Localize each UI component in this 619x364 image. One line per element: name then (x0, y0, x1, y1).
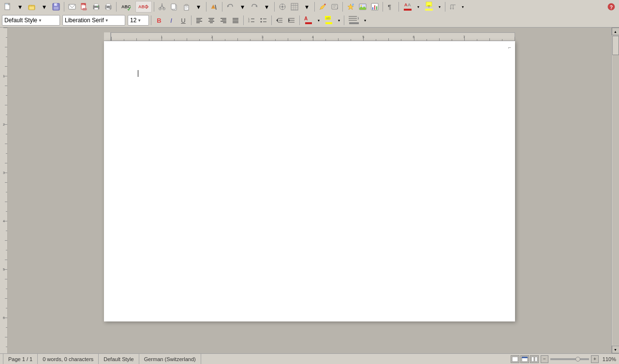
autocorrect-button[interactable]: ABC (135, 1, 152, 13)
highlight-dropdown[interactable]: ▾ (436, 1, 443, 13)
page-corner-mark: ⌐ (508, 45, 511, 50)
font-name-dropdown[interactable]: Liberation Serif ▼ (62, 15, 125, 26)
text-highlight-button[interactable]: ab (322, 15, 336, 26)
paragraph-marks-dropdown[interactable]: ▾ (459, 1, 466, 13)
svg-rect-35 (185, 6, 188, 7)
insert-image-button[interactable] (357, 1, 368, 13)
numbered-list-button[interactable]: 1. 2. (246, 15, 257, 26)
redo-button[interactable] (249, 1, 260, 13)
char-color-dropdown[interactable]: ▾ (316, 15, 322, 26)
zoom-level[interactable]: 110% (603, 356, 616, 362)
font-color-dropdown[interactable]: ▾ (415, 1, 422, 13)
separator-fmt-2 (191, 15, 192, 25)
paragraph-style-label: Default Style (4, 17, 37, 24)
separator-fmt-6 (344, 15, 344, 25)
toolbar-row-1: ▾ ▾ (0, 0, 619, 14)
status-bar: Page 1 / 1 0 words, 0 characters Default… (0, 353, 619, 364)
indent-button[interactable] (286, 15, 297, 26)
separator-3 (154, 2, 154, 12)
separator-7 (314, 2, 315, 12)
svg-text:PDF: PDF (82, 4, 86, 6)
bulleted-list-button[interactable] (258, 15, 269, 26)
scroll-track[interactable] (612, 36, 619, 345)
stars-button[interactable] (345, 1, 356, 13)
open-dropdown-button[interactable]: ▾ (38, 1, 50, 13)
new-dropdown-button[interactable]: ▾ (14, 1, 26, 13)
zoom-out-button[interactable]: − (541, 355, 548, 363)
separator-fmt-4 (271, 15, 272, 25)
character-color-button[interactable]: A (302, 15, 315, 26)
document-page[interactable]: ⌐ (104, 41, 515, 321)
redo-dropdown-button[interactable]: ▾ (261, 1, 272, 13)
normal-view-button[interactable] (511, 355, 519, 363)
new-button[interactable] (2, 1, 14, 13)
paste-dropdown-button[interactable]: ▾ (192, 1, 204, 13)
right-scrollbar[interactable]: ▲ ▼ (611, 28, 619, 353)
separator-8 (342, 2, 343, 12)
zoom-slider-thumb[interactable] (575, 357, 580, 362)
svg-point-43 (281, 6, 283, 8)
clone-format-button[interactable] (208, 1, 220, 13)
email-button[interactable] (66, 1, 78, 13)
highlight-color-button[interactable] (422, 1, 436, 13)
cut-button[interactable] (156, 1, 168, 13)
paragraph-style-dropdown[interactable]: Default Style ▼ (2, 15, 60, 26)
separator-fmt-5 (299, 15, 300, 25)
svg-text:ab: ab (326, 16, 330, 20)
spell-check-button[interactable]: ABC (118, 1, 135, 13)
separator-1 (64, 2, 64, 12)
table-dropdown-button[interactable]: ▾ (301, 1, 312, 13)
svg-text:A: A (404, 2, 408, 7)
copy-button[interactable] (168, 1, 180, 13)
scroll-thumb[interactable] (612, 36, 619, 55)
svg-rect-18 (97, 6, 98, 7)
separator-9 (383, 2, 383, 12)
undo-dropdown-button[interactable]: ▾ (236, 1, 248, 13)
align-center-button[interactable] (206, 15, 217, 26)
navigator-button[interactable] (277, 1, 288, 13)
align-justify-button[interactable] (230, 15, 241, 26)
language-status[interactable]: German (Switzerland) (139, 354, 201, 364)
save-button[interactable] (50, 1, 62, 13)
underline-button[interactable]: U (177, 15, 189, 26)
print-pdf-button[interactable]: PDF (78, 1, 90, 13)
zoom-slider[interactable] (550, 358, 589, 360)
undo-button[interactable] (224, 1, 236, 13)
align-right-button[interactable] (218, 15, 229, 26)
bold-button[interactable]: B (153, 15, 165, 26)
svg-point-61 (353, 4, 354, 5)
open-button[interactable] (26, 1, 38, 13)
scroll-down-button[interactable]: ▼ (612, 346, 619, 353)
outdent-button[interactable] (274, 15, 285, 26)
help-button[interactable]: ? (605, 1, 617, 13)
paste-button[interactable] (180, 1, 192, 13)
nonprinting-chars-button[interactable]: ¶ (385, 1, 397, 13)
document-area[interactable]: 1234567 ⌐ (8, 28, 611, 353)
text-highlight-dropdown[interactable]: ▾ (336, 15, 342, 26)
text-cursor (138, 70, 481, 77)
book-view-button[interactable] (530, 355, 539, 363)
svg-rect-16 (94, 4, 98, 6)
svg-marker-106 (276, 18, 278, 22)
toolbar-container: ▾ ▾ (0, 0, 619, 28)
para-spacing-button[interactable] (346, 15, 362, 26)
para-spacing-dropdown[interactable]: ▾ (362, 15, 368, 26)
table-button[interactable] (289, 1, 300, 13)
font-color-button[interactable]: A A (401, 1, 414, 13)
scroll-up-button[interactable]: ▲ (612, 28, 619, 35)
print-preview-button[interactable] (103, 1, 114, 13)
font-size-dropdown[interactable]: 12 ▼ (128, 15, 149, 26)
align-left-button[interactable] (193, 15, 205, 26)
italic-button[interactable]: I (165, 15, 177, 26)
separator-2 (116, 2, 117, 12)
paragraph-marks-button[interactable] (447, 1, 459, 13)
draw-button[interactable] (317, 1, 328, 13)
insert-chart-button[interactable] (369, 1, 381, 13)
print-button[interactable] (90, 1, 102, 13)
svg-line-54 (320, 9, 320, 10)
web-view-button[interactable] (520, 355, 529, 363)
form-button[interactable] (329, 1, 340, 13)
zoom-in-button[interactable]: + (591, 355, 599, 363)
svg-rect-66 (372, 7, 373, 10)
svg-point-55 (324, 4, 326, 5)
